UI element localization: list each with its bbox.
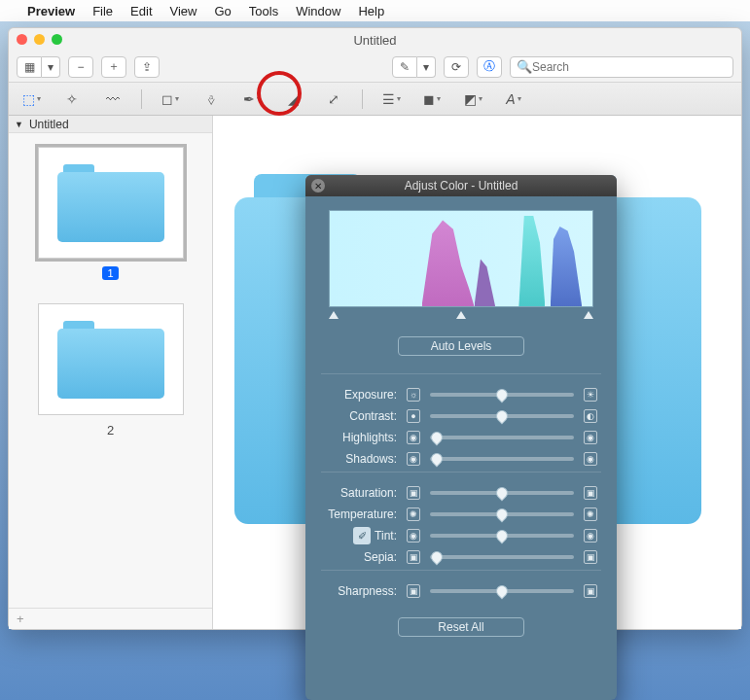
sidebar-header[interactable]: ▼ Untitled — [9, 116, 212, 133]
highlights-min-icon: ◉ — [407, 431, 420, 444]
exposure-slider-thumb[interactable] — [494, 387, 511, 403]
font-tool[interactable]: A▾ — [501, 88, 526, 110]
zoom-button[interactable] — [52, 34, 62, 45]
app-name[interactable]: Preview — [27, 4, 75, 18]
sharpness-row: Sharpness:▣▣ — [321, 580, 601, 602]
page-number: 2 — [107, 423, 114, 438]
sidebar-footer: + — [9, 608, 212, 629]
sidebar-title: Untitled — [29, 118, 69, 131]
fill-color-tool[interactable]: ◩▾ — [460, 88, 485, 110]
sharpness-slider-thumb[interactable] — [494, 583, 511, 600]
temperature-max-icon: ✺ — [584, 508, 597, 521]
contrast-slider-thumb[interactable] — [494, 408, 511, 425]
adjust-size-tool[interactable]: ⤢ — [321, 88, 346, 110]
adjust-color-tool[interactable]: ◢ — [280, 88, 305, 110]
tint-slider[interactable] — [430, 534, 574, 538]
shadows-slider[interactable] — [430, 457, 574, 461]
shadows-label: Shadows: — [321, 452, 397, 466]
instant-alpha-tool[interactable]: ✧ — [59, 88, 85, 110]
markup-toolbar: ⬚▾ ✧ 〰 ◻▾ ⎀ ✒▾ ◢ ⤢ ☰▾ ◼▾ ◩▾ A▾ — [9, 83, 741, 116]
menu-edit[interactable]: Edit — [130, 4, 152, 18]
reset-all-button[interactable]: Reset All — [398, 617, 524, 637]
sepia-slider-thumb[interactable] — [429, 549, 446, 566]
highlights-slider-thumb[interactable] — [429, 430, 446, 446]
shadows-row: Shadows:◉◉ — [321, 448, 601, 470]
share-button[interactable]: ⇪ — [134, 56, 160, 78]
auto-levels-button[interactable]: Auto Levels — [398, 336, 524, 356]
add-page-icon[interactable]: + — [17, 612, 24, 626]
white-point-handle[interactable] — [584, 311, 593, 319]
tint-slider-thumb[interactable] — [494, 528, 511, 544]
saturation-slider[interactable] — [430, 491, 574, 495]
contrast-slider[interactable] — [430, 414, 574, 418]
histogram — [329, 210, 593, 307]
zoom-in-button[interactable]: ＋ — [101, 56, 126, 78]
sepia-max-icon: ▣ — [584, 550, 597, 564]
slider-group-light: Exposure:☼☀Contrast:●◐Highlights:◉◉Shado… — [321, 373, 601, 472]
shapes-tool[interactable]: ◻▾ — [158, 88, 183, 110]
sharpness-slider[interactable] — [430, 589, 574, 593]
minimize-button[interactable] — [34, 34, 45, 45]
panel-close-button[interactable]: ✕ — [311, 179, 325, 192]
thumbnail[interactable]: 1 — [33, 147, 189, 280]
window-titlebar: Untitled — [9, 28, 741, 52]
shadows-slider-thumb[interactable] — [429, 451, 446, 468]
temperature-slider-thumb[interactable] — [494, 507, 511, 523]
view-mode-menu[interactable]: ▾ — [42, 56, 60, 78]
exposure-max-icon: ☀ — [584, 388, 597, 402]
menu-tools[interactable]: Tools — [249, 4, 278, 18]
highlights-max-icon: ◉ — [584, 431, 597, 444]
eyedropper-button[interactable]: ✐ — [353, 527, 371, 544]
sharpness-min-icon: ▣ — [407, 584, 420, 598]
main-toolbar: ▦ ▾ − ＋ ⇪ ✎ ▾ ⟳ Ⓐ 🔍 — [9, 52, 741, 83]
line-style-tool[interactable]: ☰▾ — [378, 88, 404, 110]
view-mode-button[interactable]: ▦ — [17, 56, 42, 78]
highlights-label: Highlights: — [321, 431, 397, 444]
panel-titlebar[interactable]: ✕ Adjust Color - Untitled — [305, 175, 617, 196]
adjust-color-panel: ✕ Adjust Color - Untitled Auto Levels Ex… — [305, 175, 617, 700]
highlights-slider[interactable] — [430, 436, 574, 439]
sepia-label: Sepia: — [321, 550, 397, 564]
select-tool[interactable]: ⬚▾ — [18, 88, 44, 110]
highlight-menu[interactable]: ▾ — [417, 56, 436, 78]
sepia-row: Sepia:▣▣ — [321, 546, 601, 568]
zoom-out-button[interactable]: − — [68, 56, 93, 78]
page-number: 1 — [102, 266, 118, 280]
thumbnail[interactable]: 2 — [33, 303, 189, 438]
sepia-slider[interactable] — [430, 555, 574, 559]
menu-view[interactable]: View — [170, 4, 197, 18]
sharpness-label: Sharpness: — [321, 584, 397, 598]
search-icon: 🔍 — [517, 59, 532, 74]
window-title: Untitled — [353, 33, 396, 48]
markup-button[interactable]: Ⓐ — [477, 56, 502, 78]
sign-tool[interactable]: ✒▾ — [239, 88, 265, 110]
mid-point-handle[interactable] — [456, 311, 466, 319]
panel-title: Adjust Color - Untitled — [405, 179, 518, 192]
temperature-label: Temperature: — [321, 508, 397, 521]
temperature-slider[interactable] — [430, 512, 574, 516]
contrast-max-icon: ◐ — [584, 409, 597, 423]
exposure-label: Exposure: — [321, 388, 397, 402]
menu-go[interactable]: Go — [214, 4, 231, 18]
menu-help[interactable]: Help — [358, 4, 384, 18]
menu-file[interactable]: File — [92, 4, 113, 18]
slider-group-color: Saturation:▣▣Temperature:✺✺✐Tint:◉◉Sepia… — [321, 472, 601, 570]
exposure-slider[interactable] — [430, 393, 574, 397]
sharpness-max-icon: ▣ — [584, 584, 597, 598]
black-point-handle[interactable] — [329, 311, 339, 319]
saturation-max-icon: ▣ — [584, 486, 597, 500]
contrast-row: Contrast:●◐ — [321, 405, 601, 427]
levels-sliders[interactable] — [329, 311, 593, 319]
search-input[interactable] — [532, 60, 727, 74]
close-button[interactable] — [17, 34, 27, 45]
menu-window[interactable]: Window — [296, 4, 340, 18]
shadows-max-icon: ◉ — [584, 452, 597, 466]
saturation-slider-thumb[interactable] — [494, 485, 511, 502]
highlight-button[interactable]: ✎ — [392, 56, 417, 78]
search-field[interactable]: 🔍 — [510, 56, 733, 78]
rotate-button[interactable]: ⟳ — [444, 56, 469, 78]
text-tool[interactable]: ⎀ — [198, 88, 224, 110]
sketch-tool[interactable]: 〰 — [100, 88, 125, 110]
border-color-tool[interactable]: ◼▾ — [419, 88, 445, 110]
highlights-row: Highlights:◉◉ — [321, 427, 601, 448]
